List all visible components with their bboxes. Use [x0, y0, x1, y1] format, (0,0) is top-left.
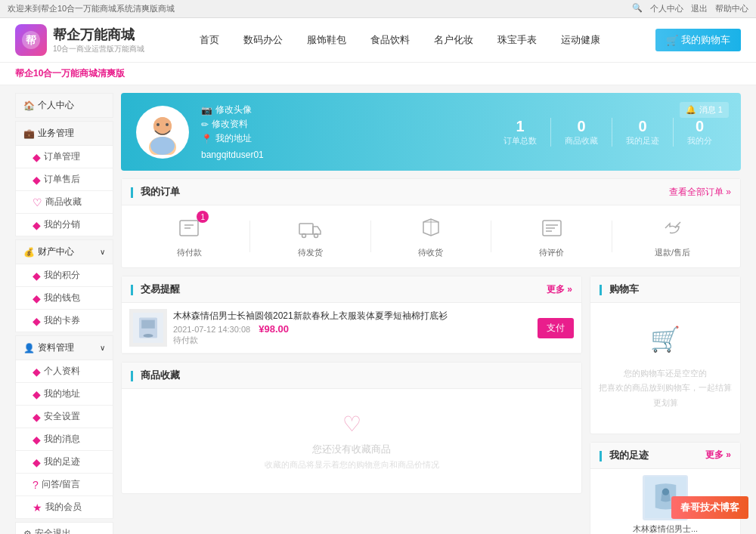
my-address-link[interactable]: 📍 我的地址 — [201, 132, 478, 145]
logout-link[interactable]: 退出 — [691, 3, 708, 14]
sidebar-item-wallet[interactable]: ◆ 我的钱包 — [15, 287, 113, 310]
sidebar-item-address[interactable]: ◆ 我的地址 — [15, 383, 113, 406]
favorites-section: 商品收藏 ♡ 您还没有收藏商品 收藏的商品将显示着您的购物意向和商品价情况 — [121, 362, 582, 494]
sidebar-item-coupon[interactable]: ◆ 我的卡券 — [15, 310, 113, 332]
top-bar-links: 🔍 个人中心 退出 帮助中心 — [632, 3, 748, 14]
bullet-icon: ★ — [33, 502, 42, 514]
sidebar-item-distribution[interactable]: ◆ 我的分销 — [15, 214, 113, 236]
logout-button[interactable]: ⚙ 安全退出 — [15, 522, 113, 534]
left-column: 交易提醒 更多 » — [121, 276, 582, 534]
stat-orders-label: 订单总数 — [503, 135, 537, 147]
nav-sports[interactable]: 运动健康 — [549, 27, 612, 53]
cart-empty: 🛒 您的购物车还是空空的 把喜欢的商品放到购物车，一起结算更划算 — [590, 303, 740, 426]
nav-home[interactable]: 首页 — [187, 27, 231, 53]
help-link[interactable]: 帮助中心 — [715, 3, 748, 14]
bullet-icon: ◆ — [33, 174, 41, 186]
nav-digital[interactable]: 数码办公 — [231, 27, 295, 53]
bullet-icon: ◆ — [33, 219, 41, 231]
sidebar-membership-label: 我的会员 — [45, 501, 82, 514]
nav-food[interactable]: 食品饮料 — [358, 27, 422, 53]
cart-button[interactable]: 🛒 我的购物车 — [655, 29, 741, 51]
bullet-icon: ◆ — [33, 292, 41, 304]
bullet-icon: ◆ — [33, 456, 41, 468]
nav-cosmetics[interactable]: 名户化妆 — [422, 27, 485, 53]
sidebar-item-messages[interactable]: ◆ 我的消息 — [15, 428, 113, 451]
bullet-icon: ◆ — [33, 270, 41, 282]
stat-favorites-num: 0 — [565, 118, 598, 135]
sidebar-section-finance: 💰 财产中心 ∨ ◆ 我的积分 ◆ 我的钱包 ◆ 我的卡券 — [15, 239, 113, 332]
order-pending-ship[interactable]: 待发货 — [250, 215, 370, 258]
favorites-empty: ♡ 您还没有收藏商品 收藏的商品将显示着您的购物意向和商品价情况 — [122, 389, 581, 493]
sidebar-header-business[interactable]: 💼 业务管理 — [15, 121, 113, 146]
svg-rect-11 — [299, 224, 313, 234]
profile-banner: 📷 修改头像 ✏ 修改资料 📍 我的地址 bangqitduser01 — [121, 93, 741, 171]
logo-main: 帮企万能商城 — [53, 26, 144, 44]
breadcrumb-text: 帮企10合一万能商城清爽版 — [15, 68, 125, 79]
logout-label: 安全退出 — [35, 527, 71, 534]
logout-icon: ⚙ — [23, 529, 32, 535]
sidebar-coupon-label: 我的卡券 — [44, 314, 80, 327]
bullet-icon: ◆ — [33, 151, 41, 163]
sidebar-item-order-after[interactable]: ◆ 订单售后 — [15, 168, 113, 191]
logo: 帮 帮企万能商城 10合一商业运营版万能商城 — [15, 24, 144, 56]
profile-stats: 1 订单总数 0 商品收藏 0 我的足迹 0 我的分 — [490, 118, 726, 147]
order-pending-pay[interactable]: 1 待付款 — [129, 215, 249, 258]
footprint-section: 我的足迹 更多 » 木林森情侣男士 — [590, 442, 741, 534]
stat-points-num: 0 — [687, 118, 712, 135]
briefcase-icon: 💼 — [23, 128, 35, 139]
order-refund[interactable]: 退款/售后 — [612, 215, 733, 258]
pending-ship-icon-wrap — [296, 215, 324, 244]
transaction-more-link[interactable]: 更多 » — [547, 283, 572, 296]
sidebar-item-personal-info[interactable]: ◆ 个人资料 — [15, 360, 113, 383]
footprint-more-link[interactable]: 更多 » — [705, 449, 731, 461]
pending-receive-label: 待收货 — [418, 247, 443, 258]
refund-icon-wrap — [659, 215, 686, 244]
edit-avatar-link[interactable]: 📷 修改头像 — [201, 103, 478, 116]
home-icon: 🏠 — [23, 100, 35, 111]
sidebar-profile-label: 资料管理 — [38, 341, 74, 354]
sidebar-item-points[interactable]: ◆ 我的积分 — [15, 264, 113, 287]
stat-favorites-label: 商品收藏 — [565, 135, 598, 147]
transaction-header: 交易提醒 更多 » — [122, 276, 581, 303]
stat-orders-num: 1 — [503, 118, 537, 135]
nav-clothing[interactable]: 服饰鞋包 — [295, 27, 358, 53]
order-pending-review[interactable]: 待评价 — [491, 215, 612, 258]
svg-point-23 — [144, 334, 153, 338]
breadcrumb: 帮企10合一万能商城清爽版 — [0, 63, 756, 85]
view-all-orders-link[interactable]: 查看全部订单 » — [669, 186, 731, 199]
chevron-icon: ∨ — [100, 248, 105, 256]
main-layout: 🏠 个人中心 💼 业务管理 ◆ 订单管理 ◆ 订单售后 ♡ 商品收藏 ◆ — [0, 85, 756, 534]
welcome-text: 欢迎来到帮企10合一万能商城系统清爽版商城 — [8, 3, 175, 14]
refund-label: 退款/售后 — [655, 247, 690, 258]
bullet-icon: ◆ — [33, 315, 41, 327]
stat-favorites: 0 商品收藏 — [551, 118, 612, 147]
notification-badge[interactable]: 🔔 消息 1 — [680, 102, 729, 118]
sidebar-header-finance[interactable]: 💰 财产中心 ∨ — [15, 239, 113, 264]
pay-button[interactable]: 支付 — [538, 318, 574, 338]
bullet-icon: ? — [33, 479, 39, 491]
transaction-thumb — [129, 309, 167, 347]
nav-jewelry[interactable]: 珠宝手表 — [485, 27, 549, 53]
sidebar-item-membership[interactable]: ★ 我的会员 — [15, 496, 113, 519]
sidebar-item-security[interactable]: ◆ 安全设置 — [15, 406, 113, 428]
footprint-header: 我的足迹 更多 » — [590, 443, 740, 469]
svg-point-7 — [166, 123, 169, 126]
section-bar — [600, 451, 602, 461]
sidebar-item-order-manage[interactable]: ◆ 订单管理 — [15, 146, 113, 168]
personal-center-link[interactable]: 个人中心 — [650, 3, 683, 14]
profile-links: 📷 修改头像 ✏ 修改资料 📍 我的地址 — [201, 103, 478, 145]
favorites-header: 商品收藏 — [122, 363, 581, 389]
order-icons-row: 1 待付款 待发货 待收货 — [122, 205, 740, 267]
sidebar-item-qa[interactable]: ? 问答/留言 — [15, 474, 113, 496]
logo-text: 帮企万能商城 10合一商业运营版万能商城 — [53, 26, 144, 54]
edit-icon: ✏ — [201, 119, 209, 130]
sidebar-item-footprint[interactable]: ◆ 我的足迹 — [15, 451, 113, 474]
search-icon[interactable]: 🔍 — [632, 3, 643, 14]
order-pending-receive[interactable]: 待收货 — [371, 215, 491, 258]
sidebar-header-profile[interactable]: 👤 资料管理 ∨ — [15, 335, 113, 360]
sidebar-header-personal[interactable]: 🏠 个人中心 — [15, 93, 113, 118]
sidebar-item-favorites[interactable]: ♡ 商品收藏 — [15, 191, 113, 214]
edit-info-link[interactable]: ✏ 修改资料 — [201, 118, 478, 131]
pending-receive-icon-wrap — [417, 215, 445, 244]
cart-empty-icon: 🛒 — [598, 318, 733, 362]
